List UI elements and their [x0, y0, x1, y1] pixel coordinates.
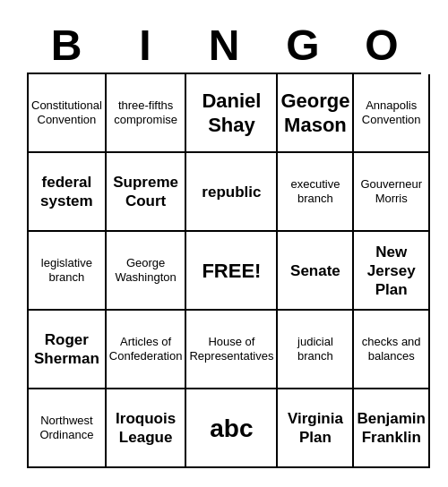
cell-text: executive branch	[280, 177, 349, 207]
bingo-header: BINGO	[27, 19, 421, 73]
bingo-cell[interactable]: Benjamin Franklin	[354, 389, 430, 468]
cell-text: Daniel Shay	[189, 89, 273, 138]
header-letter: B	[27, 19, 106, 73]
cell-text: Gouverneur Morris	[357, 177, 426, 207]
cell-text: George Mason	[280, 89, 349, 138]
bingo-cell[interactable]: judicial branch	[278, 311, 354, 389]
header-letter: O	[342, 19, 421, 73]
header-letter: G	[263, 19, 342, 73]
bingo-card: BINGO Constitutional Conventionthree-fif…	[18, 10, 430, 478]
cell-text: abc	[210, 413, 253, 444]
cell-text: Supreme Court	[109, 173, 183, 211]
bingo-cell[interactable]: George Washington	[107, 232, 187, 311]
cell-text: George Washington	[109, 256, 183, 286]
cell-text: New Jersey Plan	[357, 243, 426, 300]
bingo-grid: Constitutional Conventionthree-fifths co…	[27, 73, 421, 468]
cell-text: FREE!	[202, 259, 261, 284]
bingo-cell[interactable]: executive branch	[278, 153, 354, 232]
bingo-cell[interactable]: Roger Sherman	[29, 311, 107, 389]
cell-text: checks and balances	[357, 335, 426, 364]
cell-text: Articles of Confederation	[109, 335, 183, 364]
bingo-cell[interactable]: Senate	[278, 232, 354, 311]
bingo-cell[interactable]: Virginia Plan	[278, 389, 354, 468]
bingo-cell[interactable]: Annapolis Convention	[354, 74, 430, 153]
header-letter: I	[106, 19, 185, 73]
cell-text: republic	[202, 183, 261, 201]
bingo-cell[interactable]: Constitutional Convention	[29, 74, 107, 153]
cell-text: Constitutional Convention	[31, 98, 102, 128]
bingo-cell[interactable]: checks and balances	[354, 311, 430, 389]
cell-text: House of Representatives	[189, 335, 273, 364]
bingo-cell[interactable]: Iroquois League	[107, 389, 187, 468]
bingo-cell[interactable]: legislative branch	[29, 232, 107, 311]
bingo-cell[interactable]: republic	[186, 153, 278, 232]
cell-text: Benjamin Franklin	[357, 409, 426, 448]
cell-text: Virginia Plan	[280, 409, 349, 448]
bingo-cell[interactable]: federal system	[29, 153, 107, 232]
cell-text: Senate	[290, 261, 340, 280]
bingo-cell[interactable]: Gouverneur Morris	[354, 153, 430, 232]
bingo-cell[interactable]: Supreme Court	[107, 153, 187, 232]
bingo-cell[interactable]: Articles of Confederation	[107, 311, 187, 389]
bingo-cell[interactable]: FREE!	[186, 232, 278, 311]
bingo-cell[interactable]: Daniel Shay	[186, 74, 278, 153]
bingo-cell[interactable]: abc	[186, 389, 278, 468]
cell-text: three-fifths compromise	[109, 98, 183, 128]
header-letter: N	[185, 19, 263, 73]
bingo-cell[interactable]: Northwest Ordinance	[29, 389, 107, 468]
cell-text: federal system	[31, 173, 102, 211]
cell-text: Roger Sherman	[31, 330, 102, 369]
bingo-cell[interactable]: George Mason	[278, 74, 354, 153]
cell-text: judicial branch	[280, 335, 349, 364]
bingo-cell[interactable]: House of Representatives	[186, 311, 278, 389]
cell-text: Northwest Ordinance	[31, 414, 102, 443]
bingo-cell[interactable]: three-fifths compromise	[107, 74, 187, 153]
cell-text: Iroquois League	[109, 409, 183, 448]
cell-text: legislative branch	[31, 256, 102, 286]
bingo-cell[interactable]: New Jersey Plan	[354, 232, 430, 311]
cell-text: Annapolis Convention	[357, 98, 426, 128]
